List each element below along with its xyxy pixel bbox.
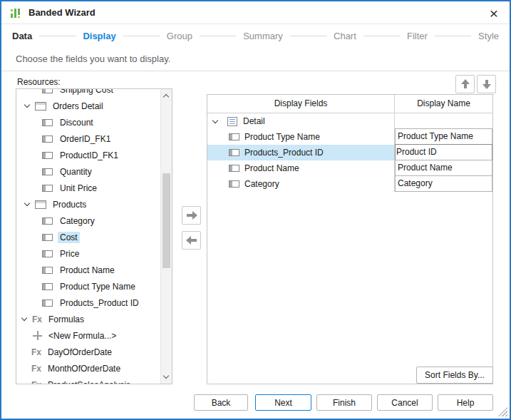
formula-icon: Fx [31, 364, 41, 374]
close-icon[interactable]: × [485, 4, 503, 22]
tree-item[interactable]: <New Formula...> [16, 327, 160, 344]
table-icon [35, 102, 46, 111]
tree-item[interactable]: Unit Price [16, 180, 160, 196]
field-icon [229, 149, 239, 156]
arrow-right-icon [186, 211, 197, 220]
tree-item-label: Cost [58, 232, 80, 243]
tree-item[interactable]: Price [16, 245, 160, 262]
detail-section-icon [227, 117, 237, 126]
scroll-down-icon[interactable] [163, 373, 169, 379]
step-display[interactable]: Display [83, 31, 115, 41]
tree-item-label: ProductSalesAnalysis [46, 379, 133, 385]
tree-item[interactable]: Quantity [16, 163, 160, 180]
tree-item[interactable]: Products_Product ID [16, 294, 160, 311]
chevron-down-icon[interactable] [24, 200, 30, 206]
tree-item-label: Quantity [58, 166, 94, 178]
tree-item[interactable]: Fx Formulas [16, 311, 160, 327]
window-title: Banded Wizard [29, 7, 96, 18]
tree-item-label: Product Type Name [58, 281, 138, 292]
table-row-detail[interactable]: Detail [207, 113, 492, 129]
help-button[interactable]: Help [438, 394, 493, 411]
field-icon [42, 135, 53, 143]
field-icon [42, 250, 53, 257]
tree-item-selected[interactable]: Cost [16, 229, 160, 245]
field-icon [42, 234, 53, 241]
formula-icon: Fx [31, 347, 41, 357]
scrollbar-thumb[interactable] [162, 173, 170, 268]
tree-item-label: Discount [58, 117, 96, 128]
table-row[interactable]: Category Category [207, 176, 492, 192]
tree-item[interactable]: ProductID_FK1 [16, 147, 160, 163]
table-row-selected[interactable]: Products_Product ID Product ID [207, 145, 492, 160]
remove-field-button[interactable] [182, 231, 201, 250]
step-group[interactable]: Group [167, 31, 192, 41]
scroll-up-icon[interactable] [163, 94, 169, 100]
tree-item-label: Unit Price [58, 183, 99, 194]
resources-label: Resources: [17, 77, 61, 87]
step-filter[interactable]: Filter [407, 31, 428, 41]
display-name-input[interactable]: Product Name [395, 160, 492, 176]
display-name-input[interactable]: Product ID [395, 144, 492, 160]
chevron-down-icon[interactable] [21, 315, 27, 321]
tree-item[interactable]: OrderID_FK1 [16, 130, 160, 147]
tree-item-label: Shipping Cost [58, 88, 115, 96]
chevron-down-icon[interactable] [24, 102, 30, 108]
field-icon [42, 283, 53, 290]
step-style[interactable]: Style [478, 31, 499, 41]
table-row[interactable]: Product Name Product Name [207, 160, 492, 176]
formula-icon: Fx [31, 380, 41, 385]
add-field-button[interactable] [182, 206, 201, 225]
step-separator [200, 36, 236, 36]
step-data[interactable]: Data [12, 31, 32, 41]
tree-item[interactable]: Orders Detail [16, 98, 160, 114]
tree-item[interactable]: Discount [16, 114, 160, 130]
tree-item[interactable]: Category [16, 212, 160, 229]
display-name-input[interactable]: Category [395, 175, 492, 192]
table-cell-field: Product Name [244, 163, 299, 173]
step-separator [290, 36, 326, 36]
tree-item-label: Price [58, 248, 81, 260]
resources-tree-content: Shipping Cost Orders Detail Discount Ord… [16, 88, 172, 384]
tree-item[interactable]: Fx ProductSalesAnalysis [16, 377, 160, 384]
tree-item[interactable]: Product Name [16, 262, 160, 278]
chevron-down-icon[interactable] [212, 117, 218, 123]
arrow-left-icon [186, 236, 197, 245]
move-up-button[interactable] [455, 75, 475, 93]
field-icon [42, 299, 53, 307]
tree-item[interactable]: Shipping Cost [16, 88, 160, 98]
report-chart-icon [10, 7, 22, 19]
field-icon [229, 180, 239, 188]
wizard-steps: Data Display Group Summary Chart Filter … [1, 25, 510, 47]
resize-grip[interactable] [498, 407, 507, 416]
cancel-button[interactable]: Cancel [377, 394, 433, 411]
table-row[interactable]: Product Type Name Product Type Name [207, 129, 492, 145]
tree-scrollbar[interactable] [160, 89, 172, 384]
banded-wizard-dialog: Banded Wizard × Data Display Group Summa… [0, 0, 511, 420]
step-summary[interactable]: Summary [243, 31, 283, 41]
step-chart[interactable]: Chart [334, 31, 356, 41]
new-formula-icon [33, 331, 42, 340]
tree-item-label: <New Formula...> [46, 330, 118, 342]
next-button[interactable]: Next [255, 394, 311, 411]
field-icon [229, 133, 239, 140]
column-header-display-name: Display Name [395, 95, 492, 113]
field-icon [42, 152, 53, 159]
finish-button[interactable]: Finish [316, 394, 372, 411]
back-button[interactable]: Back [194, 394, 248, 411]
title-bar: Banded Wizard × [1, 1, 510, 24]
table-icon [35, 200, 46, 209]
column-header-display-fields: Display Fields [207, 95, 395, 113]
tree-item[interactable]: Fx MonthOfOrderDate [16, 360, 160, 377]
display-fields-table: Display Fields Display Name Detail Produ… [207, 94, 493, 384]
field-icon [42, 217, 53, 225]
move-down-button[interactable] [477, 75, 496, 93]
tree-item[interactable]: Fx DayOfOrderDate [16, 344, 160, 360]
formula-icon: Fx [32, 314, 42, 324]
tree-item[interactable]: Products [16, 196, 160, 212]
display-name-input[interactable]: Product Type Name [395, 128, 492, 145]
arrow-up-icon [461, 79, 470, 89]
tree-item-label: DayOfOrderDate [46, 347, 114, 358]
sort-fields-by-button[interactable]: Sort Fields By... [416, 367, 493, 384]
field-icon [42, 88, 53, 93]
tree-item[interactable]: Product Type Name [16, 278, 160, 294]
